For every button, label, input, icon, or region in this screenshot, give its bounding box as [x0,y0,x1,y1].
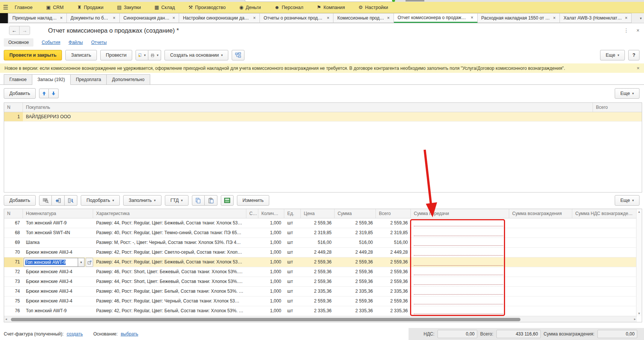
item-transfer-sum-cell[interactable] [411,267,509,277]
items-table-row[interactable]: 72Брюки женские AWJ-4Размер: 46, Рост: S… [4,267,636,277]
item-transfer-sum-cell[interactable] [411,218,509,228]
items-table-row[interactable]: 70Брюки женские AWJ-4Размер: 42, Рост: R… [4,248,636,257]
items-table-row[interactable]: 67Топ женский AWT-9Размер: 44, Рост: Reg… [4,218,636,228]
items-table-row[interactable]: 73Брюки женские AWJ-4Размер: 44, Рост: S… [4,277,636,287]
edit-item-button[interactable]: Изменить [237,195,269,206]
items-column-header[interactable]: N [4,209,23,218]
hamburger-menu-icon[interactable]: ☰ [0,4,11,11]
info-close-icon[interactable]: × [636,65,639,71]
print-button[interactable]: ▾ [148,50,161,60]
items-column-header[interactable]: Цена [301,209,335,218]
window-tab[interactable]: Расходная накладная 1550 от 11....× [478,13,560,23]
scroll-left-icon[interactable]: ◂ [5,317,7,321]
menu-item-склад[interactable]: ▦Склад [151,2,178,13]
scroll-up-icon[interactable]: ▲ [636,210,642,214]
form-nav-link[interactable]: Файлы [69,40,83,45]
menu-item-закупки[interactable]: ▤Закупки [113,2,144,13]
tab-close-icon[interactable]: × [113,15,116,21]
scroll-down-icon[interactable]: ▼ [636,312,642,315]
item-transfer-sum-cell[interactable] [411,287,509,296]
add-item-button[interactable]: Добавить [4,195,36,206]
items-column-header[interactable]: Всего [376,209,411,218]
tab-close-icon[interactable]: × [327,15,329,21]
save-button[interactable]: Записать [65,50,97,60]
gtd-button[interactable]: ГТД▾ [165,195,189,206]
horizontal-scroll-thumb[interactable] [11,318,520,321]
items-column-header[interactable]: Се... [246,209,258,218]
items-more-button[interactable]: Еще▾ [615,195,639,206]
items-table-row[interactable]: 74Брюки женские AWJ-4Размер: 40, Рост: R… [4,287,636,296]
move-down-button[interactable] [49,89,59,98]
window-tab[interactable]: Документы по банку× [67,13,120,23]
column-header-total[interactable]: Всего [593,103,642,112]
barcode-scan-button[interactable] [39,195,52,206]
window-tab[interactable]: Комиссионные продажи× [333,13,394,23]
buyers-table-row[interactable]: 1ВАЙЛДБЕРРИЗ ООО [4,112,642,122]
items-table-row[interactable]: 68Топ женский SWT-4NРазмер: 40, Рост: Re… [4,228,636,238]
add-buyer-button[interactable]: Добавить [4,88,36,99]
item-transfer-sum-cell[interactable] [411,277,509,286]
items-column-header[interactable]: Сумма вознаграждения [509,209,572,218]
copy-rows-button[interactable] [192,195,205,206]
window-tab[interactable]: Приходные накладные× [8,13,67,23]
tab-close-icon[interactable]: × [60,15,63,21]
open-item-button[interactable] [86,258,93,267]
create-based-on-button[interactable]: Создать на основании ▾ [164,50,228,60]
tab-close-icon[interactable]: × [387,15,390,21]
forward-button[interactable]: → [20,26,30,35]
items-column-header[interactable]: Сумма [335,209,376,218]
unload-to-terminal-button[interactable] [65,195,77,206]
tab-overflow-icon[interactable]: ▾ [638,16,644,20]
menu-item-crm[interactable]: ▣CRM [43,2,67,13]
items-column-header[interactable]: Сумма передачи [411,209,509,218]
items-column-header[interactable]: Характеристика [93,209,246,218]
invoice-create-link[interactable]: создать [66,331,83,337]
items-column-header[interactable]: Сумма НДС вознаграждени [572,209,636,218]
more-button[interactable]: Еще ▾ [600,50,625,60]
tab-close-icon[interactable]: × [172,15,175,21]
post-and-close-button[interactable]: Провести и закрыть [4,50,62,60]
window-tab[interactable]: Синхронизация данных× [120,13,179,23]
menu-item-производство[interactable]: ⚒Производство [185,2,229,13]
move-up-button[interactable] [39,89,49,98]
table-settings-button[interactable] [221,195,234,206]
item-transfer-sum-cell[interactable] [411,248,509,257]
tab-close-icon[interactable]: × [471,15,474,20]
form-tab[interactable]: Предоплата [71,74,107,85]
form-close-icon[interactable]: × [636,27,639,33]
item-transfer-sum-cell[interactable] [411,296,509,306]
items-column-header[interactable]: Номенклатура [23,209,93,218]
paste-rows-button[interactable] [205,195,217,206]
menu-item-компания[interactable]: ⚑Компания [314,2,348,13]
load-from-terminal-button[interactable] [52,195,65,206]
menu-item-деньги[interactable]: ◉Деньги [236,2,264,13]
items-column-header[interactable]: Количес... [258,209,284,218]
items-table-row[interactable]: 76Топ женский AWT-9Размер: 42, Рост: Reg… [4,306,636,316]
item-transfer-sum-cell[interactable] [411,228,509,238]
window-tab[interactable]: Отчеты о розничных продажах× [260,13,333,23]
form-tab[interactable]: Дополнительно [107,74,150,85]
menu-item-персонал[interactable]: ☻Персонал [271,2,307,13]
tab-close-icon[interactable]: × [553,15,556,21]
item-transfer-sum-cell[interactable] [411,238,509,247]
window-tab[interactable]: Халат AWB-3 (Номенклатура)× [560,13,632,23]
column-header-buyer[interactable]: Покупатель [23,103,593,112]
form-tab[interactable]: Запасы (192) [32,74,71,85]
items-table-row[interactable]: 69ШапкаРазмер: M, Рост: -, Цвет: Черный,… [4,238,636,248]
item-transfer-sum-cell[interactable] [411,306,509,316]
fill-button[interactable]: Заполнить▾ [123,195,161,206]
menu-item-настройки[interactable]: ⚙Настройки [355,2,392,13]
tab-close-icon[interactable]: × [253,15,256,21]
structure-button[interactable] [232,50,244,60]
horizontal-scrollbar[interactable]: ◂ ▸ [4,316,637,322]
basis-select-link[interactable]: выбрать [121,331,138,337]
form-tab[interactable]: Главное [4,74,32,85]
post-button[interactable]: Провести [100,50,132,60]
menu-item-главное[interactable]: Главное [11,2,36,13]
vertical-scrollbar[interactable]: ▲ ▼ [636,209,642,316]
help-button[interactable]: ? [628,50,639,60]
combo-dropdown-icon[interactable]: ▾ [78,258,84,267]
items-table-row[interactable]: 75Брюки женские AWJ-4Размер: 46, Рост: R… [4,296,636,306]
column-header-n[interactable]: N [4,103,23,112]
item-transfer-sum-cell[interactable] [411,257,509,267]
